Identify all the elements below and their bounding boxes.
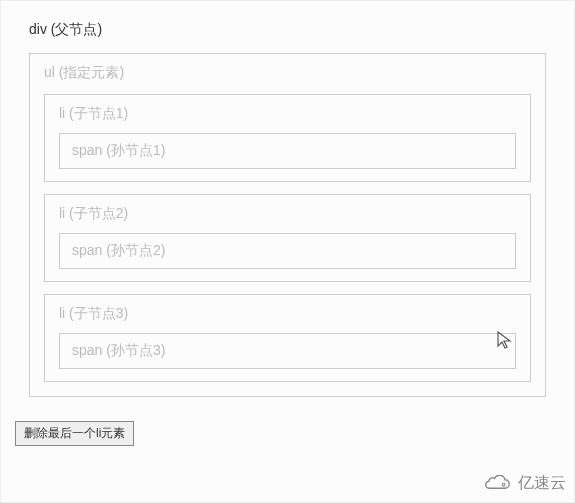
span-grandchild-node-3: span (孙节点3) bbox=[59, 333, 516, 369]
li-child-node-2: li (子节点2) span (孙节点2) bbox=[44, 194, 531, 282]
span-label: span (孙节点2) bbox=[72, 242, 503, 260]
ul-label: ul (指定元素) bbox=[44, 64, 531, 82]
page-wrapper: div (父节点) ul (指定元素) li (子节点1) span (孙节点1… bbox=[0, 0, 575, 503]
cloud-icon bbox=[484, 475, 512, 493]
ul-specified-element: ul (指定元素) li (子节点1) span (孙节点1) li (子节点2… bbox=[29, 53, 546, 397]
li-label: li (子节点3) bbox=[59, 305, 516, 323]
svg-point-0 bbox=[502, 483, 505, 486]
button-row: 删除最后一个li元素 bbox=[15, 421, 560, 446]
li-label: li (子节点1) bbox=[59, 105, 516, 123]
li-child-node-1: li (子节点1) span (孙节点1) bbox=[44, 94, 531, 182]
span-label: span (孙节点1) bbox=[72, 142, 503, 160]
div-label: div (父节点) bbox=[29, 21, 546, 39]
watermark-text: 亿速云 bbox=[518, 473, 566, 494]
remove-last-li-button[interactable]: 删除最后一个li元素 bbox=[15, 421, 134, 446]
li-child-node-3: li (子节点3) span (孙节点3) bbox=[44, 294, 531, 382]
span-grandchild-node-2: span (孙节点2) bbox=[59, 233, 516, 269]
span-label: span (孙节点3) bbox=[72, 342, 503, 360]
watermark: 亿速云 bbox=[484, 473, 566, 494]
li-label: li (子节点2) bbox=[59, 205, 516, 223]
div-parent-node: div (父节点) ul (指定元素) li (子节点1) span (孙节点1… bbox=[15, 11, 560, 411]
span-grandchild-node-1: span (孙节点1) bbox=[59, 133, 516, 169]
